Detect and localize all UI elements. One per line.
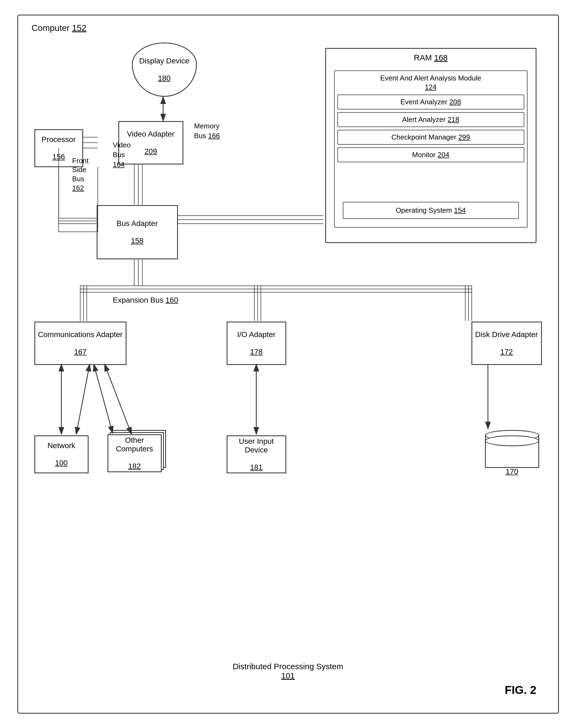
- front-side-bus-label: FrontSideBus162: [72, 156, 89, 193]
- svg-line-41: [76, 364, 90, 434]
- monitor-box: Monitor 204: [338, 147, 524, 162]
- caption: Distributed Processing System 101: [233, 662, 343, 680]
- svg-line-37: [105, 364, 132, 434]
- display-device: Display Device 180: [132, 43, 197, 97]
- ram-box: RAM 168 Event And Alert Analysis Module1…: [325, 48, 537, 243]
- ram-label: RAM 168: [414, 53, 448, 62]
- eaam-label: Event And Alert Analysis Module124: [338, 74, 524, 92]
- network-box: Network 100: [34, 436, 89, 473]
- alert-analyzer-box: Alert Analyzer 218: [338, 112, 524, 127]
- other-computers: Other Computers 182: [108, 430, 167, 473]
- display-device-ref: 180: [158, 74, 171, 83]
- comm-adapter: Communications Adapter 167: [34, 321, 126, 365]
- io-adapter: I/O Adapter 178: [227, 321, 286, 365]
- fig-label: FIG. 2: [505, 683, 537, 697]
- eaam-box: Event And Alert Analysis Module124 Event…: [334, 71, 527, 228]
- os-box: Operating System 154: [343, 202, 519, 219]
- checkpoint-manager-box: Checkpoint Manager 299: [338, 130, 524, 145]
- bus-adapter: Bus Adapter 158: [97, 205, 178, 259]
- display-device-label: Display Device: [139, 57, 189, 65]
- memory-bus-label: MemoryBus 166: [194, 121, 220, 141]
- svg-line-38: [94, 364, 113, 433]
- computer-label: Computer 152: [32, 23, 87, 33]
- user-input-device: User Input Device 181: [227, 436, 286, 473]
- disk-adapter: Disk Drive Adapter 172: [471, 321, 542, 365]
- event-analyzer-box: Event Analyzer 208: [338, 94, 524, 109]
- data-storage: Data Storage 170: [482, 430, 542, 476]
- expansion-bus-label: Expansion Bus 160: [113, 296, 178, 305]
- diagram-page: Computer 152 RAM 168 Event And Alert Ana…: [17, 15, 559, 713]
- video-bus-label: VideoBus164: [113, 140, 131, 170]
